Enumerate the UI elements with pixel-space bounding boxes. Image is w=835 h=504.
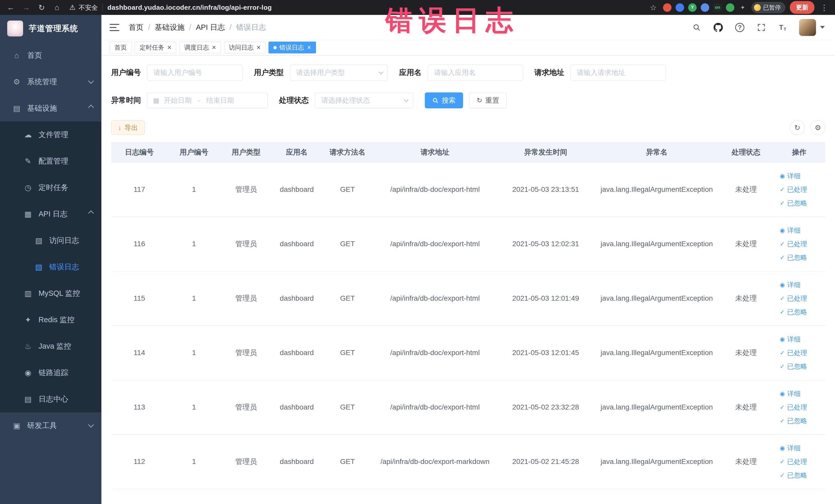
search-icon[interactable] xyxy=(691,22,702,33)
active-tab-dot xyxy=(273,46,277,49)
reset-button[interactable]: ↻ 重置 xyxy=(469,93,507,108)
user-id-input[interactable] xyxy=(147,65,243,81)
tab-schedule-log[interactable]: 调度日志× xyxy=(179,42,221,54)
action-detail[interactable]: ◉详细 xyxy=(780,389,801,398)
bookmark-star-icon[interactable]: ☆ xyxy=(648,3,658,12)
action-ignored[interactable]: ✓已忽略 xyxy=(780,362,807,371)
action-ignored[interactable]: ✓已忽略 xyxy=(780,471,807,480)
action-detail[interactable]: ◉详细 xyxy=(780,335,801,344)
cell: 1 xyxy=(168,326,221,380)
close-icon[interactable]: × xyxy=(257,44,261,51)
chevron-down-icon xyxy=(379,69,383,74)
action-detail[interactable]: ◉详细 xyxy=(780,172,801,181)
sidebar-item-redis-monitor[interactable]: ✦Redis 监控 xyxy=(0,306,101,333)
reload-icon[interactable]: ↻ xyxy=(37,3,47,12)
breadcrumb-item[interactable]: API 日志 xyxy=(196,22,225,33)
paused-badge[interactable]: 已暂停 xyxy=(752,2,785,13)
action-processed[interactable]: ✓已处理 xyxy=(780,294,807,303)
request-url-input[interactable] xyxy=(570,65,666,81)
ext-puzzle-icon[interactable] xyxy=(701,3,709,12)
column-settings-button[interactable]: ⚙ xyxy=(810,120,825,135)
action-ignored[interactable]: ✓已忽略 xyxy=(780,417,807,425)
action-detail[interactable]: ◉详细 xyxy=(780,226,801,235)
action-label: 已忽略 xyxy=(787,253,807,262)
kebab-menu-icon[interactable]: ⋮ xyxy=(819,3,829,12)
sidebar-item-java-monitor[interactable]: ♨Java 监控 xyxy=(0,333,101,360)
address-bar[interactable]: ⚠ 不安全 dashboard.yudao.iocoder.cn/infra/l… xyxy=(69,3,272,12)
sidebar-item-error-log[interactable]: ▧错误日志 xyxy=(0,254,101,280)
sidebar-item-system-mgmt[interactable]: ⚙系统管理 xyxy=(0,68,101,95)
help-icon[interactable]: ? xyxy=(734,22,745,33)
action-processed[interactable]: ✓已处理 xyxy=(780,403,807,412)
user-type-select[interactable]: 请选择用户类型 xyxy=(290,65,388,81)
sidebar-item-infrastructure[interactable]: ▤基础设施 xyxy=(0,95,101,121)
ext-leaf-icon[interactable] xyxy=(726,3,734,12)
search-button[interactable]: 搜索 xyxy=(425,93,463,108)
breadcrumb-item[interactable]: 基础设施 xyxy=(155,22,185,33)
sidebar-item-api-log[interactable]: ▦API 日志 xyxy=(0,201,101,227)
sidebar-item-home[interactable]: ⌂首页 xyxy=(0,42,101,68)
sidebar-item-label: 错误日志 xyxy=(49,262,94,272)
cell: 未处理 xyxy=(719,162,773,217)
refresh-button[interactable]: ↻ xyxy=(790,120,805,135)
font-size-icon[interactable]: T T xyxy=(777,22,788,33)
user-menu[interactable] xyxy=(799,19,825,36)
tab-error-log[interactable]: 错误日志× xyxy=(268,42,316,54)
forward-icon[interactable]: → xyxy=(21,3,31,12)
close-icon[interactable]: × xyxy=(307,44,311,51)
action-ignored[interactable]: ✓已忽略 xyxy=(780,253,807,262)
row-actions: ◉详细✓已处理✓已忽略 xyxy=(776,172,823,208)
fullscreen-icon[interactable] xyxy=(756,22,767,33)
close-icon[interactable]: × xyxy=(167,44,171,51)
action-label: 已处理 xyxy=(787,240,807,248)
sidebar-item-access-log[interactable]: ▧访问日志 xyxy=(0,227,101,254)
ext-green-circle-icon[interactable]: Y xyxy=(688,3,697,12)
cell: java.lang.IllegalArgumentException xyxy=(594,380,719,435)
tab-home[interactable]: 首页 xyxy=(109,42,132,54)
github-icon[interactable] xyxy=(713,22,724,33)
action-processed[interactable]: ✓已处理 xyxy=(780,348,807,357)
sidebar-item-config-mgmt[interactable]: ✎配置管理 xyxy=(0,148,101,174)
tab-access-log[interactable]: 访问日志× xyxy=(224,42,266,54)
action-processed[interactable]: ✓已处理 xyxy=(780,457,807,466)
exception-time-range-picker[interactable]: ▦ 开始日期 - 结束日期 xyxy=(147,93,268,108)
back-icon[interactable]: ← xyxy=(6,3,16,12)
action-processed[interactable]: ✓已处理 xyxy=(780,185,807,194)
app-name-input[interactable] xyxy=(428,65,523,81)
ext-blue-circle-icon[interactable] xyxy=(676,3,684,12)
cell: 2021-05-03 12:01:45 xyxy=(497,326,594,380)
update-button[interactable]: 更新 xyxy=(790,1,814,14)
sidebar-item-mysql-monitor[interactable]: ▥MySQL 监控 xyxy=(0,280,101,306)
action-detail[interactable]: ◉详细 xyxy=(780,444,801,452)
browser-home-icon[interactable]: ⌂ xyxy=(52,3,62,12)
tab-label: 访问日志 xyxy=(229,43,253,52)
ext-red-circle-icon[interactable] xyxy=(663,3,672,12)
sidebar-item-cron-job[interactable]: ◷定时任务 xyxy=(0,174,101,201)
browser-toolbar-right: ☆ Yon✈ 已暂停 更新 ⋮ xyxy=(648,1,829,14)
process-status-select[interactable]: 请选择处理状态 xyxy=(315,93,413,108)
tools-icon: ▣ xyxy=(11,421,22,430)
sidebar-item-dev-tools[interactable]: ▣研发工具 xyxy=(0,412,101,439)
cell: 管理员 xyxy=(221,271,272,326)
cell: /api/infra/db-doc/export-markdown xyxy=(373,435,497,489)
table-row: 1151管理员dashboardGET/api/infra/db-doc/exp… xyxy=(111,271,825,326)
sidebar-item-file-mgmt[interactable]: ☁文件管理 xyxy=(0,121,101,148)
cell: dashboard xyxy=(272,162,322,217)
action-ignored[interactable]: ✓已忽略 xyxy=(780,308,807,317)
tab-cron-job[interactable]: 定时任务× xyxy=(135,42,176,54)
action-ignored[interactable]: ✓已忽略 xyxy=(780,199,807,208)
ext-plane-icon[interactable]: ✈ xyxy=(738,3,747,12)
breadcrumb-separator: / xyxy=(189,23,191,32)
action-detail[interactable]: ◉详细 xyxy=(780,280,801,289)
breadcrumb-item[interactable]: 首页 xyxy=(128,22,143,33)
sidebar-item-trace[interactable]: ◉链路追踪 xyxy=(0,360,101,386)
ext-on-badge-icon[interactable]: on xyxy=(713,3,722,12)
app-logo[interactable]: 芋道管理系统 xyxy=(0,15,101,42)
sidebar-item-log-center[interactable]: ▤日志中心 xyxy=(0,386,101,412)
check-icon: ✓ xyxy=(780,200,785,206)
sidebar-toggle-icon[interactable] xyxy=(109,24,119,31)
action-processed[interactable]: ✓已处理 xyxy=(780,240,807,248)
sidebar-item-label: 基础设施 xyxy=(27,103,88,114)
export-button[interactable]: ↓ 导出 xyxy=(111,120,145,135)
close-icon[interactable]: × xyxy=(212,44,216,51)
